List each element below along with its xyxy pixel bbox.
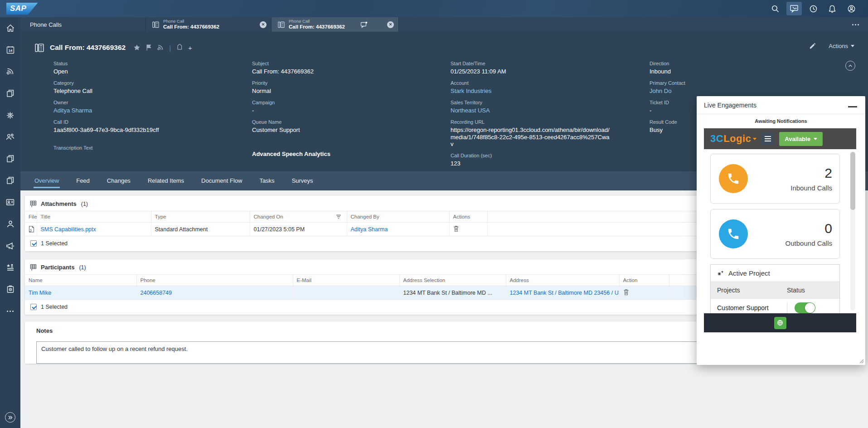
tab-overflow-icon[interactable]	[852, 24, 868, 25]
individual-customer-icon[interactable]	[0, 213, 20, 235]
close-tab-icon[interactable]: ✕	[260, 21, 267, 28]
phone-call-icon	[277, 21, 285, 29]
shell-icons	[767, 2, 868, 15]
resize-handle[interactable]	[859, 359, 864, 364]
col-action[interactable]: Action	[619, 275, 669, 286]
section-title: Attachments	[41, 200, 77, 207]
add-tag-icon[interactable]: +	[188, 44, 192, 52]
3clogic-widget: 3CLogic Available 2 Inbound Calls	[704, 128, 856, 332]
page-tab-bar: Phone Calls Phone Call Call From: 443766…	[20, 17, 868, 32]
menu-icon[interactable]	[761, 132, 774, 145]
tag-icon[interactable]	[176, 44, 183, 51]
feed-icon[interactable]	[0, 61, 20, 83]
participant-address-link[interactable]: 1234 MT Bank St / Baltimore MD 23456 / U…	[510, 290, 620, 296]
widget-scrollbar[interactable]	[850, 152, 855, 311]
tab-overview[interactable]: Overview	[26, 171, 68, 190]
field-direction: Direction Inbound	[650, 61, 868, 75]
primary-contact-link[interactable]: John Do	[650, 88, 868, 95]
notifications-icon[interactable]	[824, 2, 840, 15]
col-actions[interactable]: Actions	[449, 211, 487, 223]
col-name[interactable]: Name	[25, 275, 136, 286]
contacts-icon[interactable]	[0, 191, 20, 213]
col-changed-by[interactable]: Changed By	[347, 211, 449, 223]
col-phone[interactable]: Phone	[136, 275, 293, 286]
delete-icon[interactable]	[623, 289, 629, 296]
attachment-title-link[interactable]: SMS Capabilities.pptx	[41, 226, 96, 233]
col-file-icon[interactable]: File Ic	[25, 211, 37, 223]
library-icon[interactable]	[0, 148, 20, 170]
widget-footer-bar	[704, 313, 856, 332]
history-icon[interactable]	[805, 2, 821, 15]
participant-address-selection[interactable]: 1234 MT Bank St / Baltimore MD ...	[399, 286, 506, 300]
tab-related-items[interactable]: Related Items	[139, 171, 193, 190]
availability-button[interactable]: Available	[779, 132, 823, 146]
col-changed-on[interactable]: Changed On	[250, 211, 347, 223]
collapse-header-button[interactable]	[845, 61, 855, 71]
more-icon[interactable]	[0, 300, 20, 322]
tab-phone-calls[interactable]: Phone Calls	[20, 17, 146, 32]
tab-phone-call-1[interactable]: Phone Call Call From: 4437669362 ✕	[146, 17, 272, 32]
tab-title: Call From: 4437669362	[163, 24, 219, 30]
col-address-selection[interactable]: Address Selection	[399, 275, 506, 286]
participant-name-link[interactable]: Tim Mike	[29, 290, 51, 296]
field-priority: Priority Normal	[252, 80, 451, 95]
col-address[interactable]: Address	[506, 275, 619, 286]
owner-link[interactable]: Aditya Sharma	[53, 107, 252, 114]
separator: |	[169, 44, 171, 52]
inbound-calls-card: 2 Inbound Calls	[710, 154, 840, 204]
account-icon[interactable]	[844, 2, 859, 15]
account-link[interactable]: Stark Industries	[451, 88, 650, 95]
documents-icon[interactable]	[0, 83, 20, 104]
flag-icon[interactable]	[145, 44, 152, 51]
select-all-checkbox[interactable]	[30, 304, 37, 310]
visits-icon[interactable]	[0, 278, 20, 300]
col-title[interactable]: Title	[37, 211, 151, 223]
sales-territory-link[interactable]: Northeast USA	[451, 107, 650, 114]
tab-changes[interactable]: Changes	[98, 171, 139, 190]
project-status-toggle[interactable]	[795, 302, 815, 313]
tab-document-flow[interactable]: Document Flow	[193, 171, 251, 190]
col-type[interactable]: Type	[151, 211, 250, 223]
tab-phone-call-2-active[interactable]: Phone Call Call From: 4437669362 ✕	[272, 17, 399, 32]
expand-icon[interactable]	[5, 412, 15, 423]
tab-surveys[interactable]: Surveys	[283, 171, 322, 190]
service-settings-icon[interactable]	[0, 104, 20, 126]
tab-tasks[interactable]: Tasks	[251, 171, 283, 190]
home-icon[interactable]	[0, 17, 20, 39]
field-recording-url: Recording URL https://oregon-reporting01…	[451, 119, 650, 148]
active-project-box: Active Project Projects Status Customer …	[710, 264, 840, 317]
call-activity-icon[interactable]	[786, 2, 802, 15]
select-all-checkbox[interactable]	[30, 240, 37, 247]
field-call-duration: Call Duration (sec) 123	[451, 153, 650, 167]
templates-icon[interactable]	[0, 170, 20, 191]
edit-pencil-icon[interactable]	[809, 43, 816, 49]
close-tab-icon[interactable]: ✕	[387, 21, 394, 28]
outbound-phone-icon	[719, 219, 748, 248]
delete-icon[interactable]	[453, 225, 459, 232]
marketing-icon[interactable]	[0, 235, 20, 257]
queue-icon[interactable]	[0, 257, 20, 278]
inbound-phone-icon	[719, 164, 748, 193]
tab-feed[interactable]: Feed	[68, 171, 98, 190]
scrollbar-thumb[interactable]	[850, 152, 855, 210]
participant-phone-link[interactable]: 2406658749	[141, 290, 172, 296]
attachment-changed-by-link[interactable]: Aditya Sharma	[351, 226, 388, 233]
tab-type-label: Phone Call	[289, 19, 345, 24]
actions-button[interactable]: Actions	[829, 43, 854, 49]
calendar-icon[interactable]: 14	[0, 39, 20, 61]
col-email[interactable]: E-Mail	[293, 275, 399, 286]
follow-feed-icon[interactable]	[157, 44, 164, 51]
3clogic-logo[interactable]: 3CLogic	[710, 133, 756, 145]
section-count: (1)	[81, 201, 88, 207]
advanced-speech-analytics-link[interactable]: Advanced Speech Analytics	[252, 151, 451, 157]
favorite-star-icon[interactable]	[133, 44, 141, 51]
customers-icon[interactable]	[0, 126, 20, 148]
filter-icon[interactable]	[336, 214, 343, 219]
outbound-label: Outbound Calls	[786, 239, 832, 247]
web-phone-icon[interactable]	[774, 317, 786, 329]
minimize-icon[interactable]	[848, 102, 857, 108]
sap-logo[interactable]: SAP	[6, 3, 38, 15]
search-icon[interactable]	[767, 2, 783, 15]
notification-bubble-icon[interactable]	[360, 21, 368, 28]
field-category: Category Telephone Call	[53, 80, 252, 95]
